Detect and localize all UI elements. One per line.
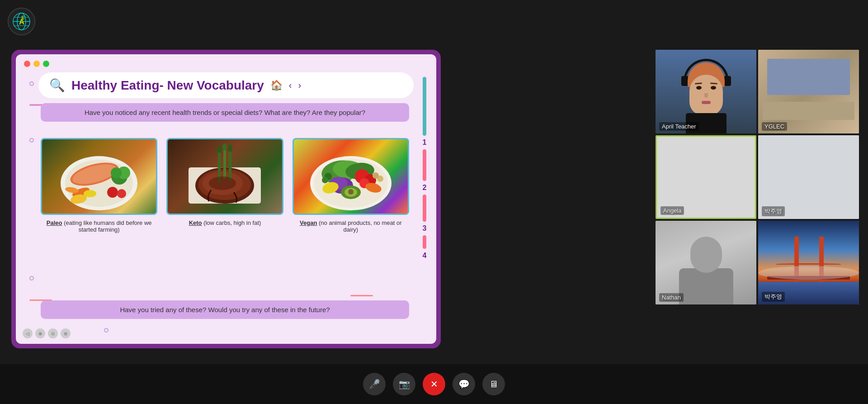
share-button[interactable]: 🖥 <box>482 373 505 395</box>
deco-circle-4 <box>104 328 108 333</box>
svg-point-29 <box>222 143 227 151</box>
bar-teal <box>423 77 426 136</box>
food-label-paleo: Paleo (eating like humans did before we … <box>41 219 157 233</box>
page-num-2: 2 <box>423 184 427 192</box>
food-label-vegan: Vegan (no animal products, no meat or da… <box>292 219 409 233</box>
participant-label-april: April Teacher <box>659 122 699 131</box>
nathan-head <box>690 237 722 273</box>
page-indicator: 1 2 3 4 <box>418 77 431 321</box>
page-num-3: 3 <box>423 224 427 233</box>
svg-rect-27 <box>229 148 231 181</box>
slide-window: 🔍 Healthy Eating- New Vocabulary 🏠 ‹ › 1… <box>16 54 436 344</box>
svg-point-48 <box>373 172 379 179</box>
food-label-keto: Keto (low carbs, high in fat) <box>189 219 261 226</box>
nose <box>704 93 708 98</box>
participant-label-angela: Angela <box>660 206 684 215</box>
svg-point-46 <box>348 189 354 195</box>
next-icon[interactable]: › <box>298 80 301 90</box>
participant-label-yglec: YGLEC <box>762 122 787 131</box>
toolbar-btn-4[interactable]: ⊚ <box>61 328 71 338</box>
svg-point-18 <box>117 189 126 198</box>
home-icon[interactable]: 🏠 <box>270 80 283 91</box>
video-park2: 박주영 <box>758 221 859 304</box>
prev-icon[interactable]: ‹ <box>289 80 292 90</box>
svg-point-31 <box>209 176 236 190</box>
svg-point-14 <box>111 167 122 178</box>
headphone-right <box>724 76 731 86</box>
deco-circle-3 <box>29 276 34 280</box>
food-item-keto: Keto (low carbs, high in fat) <box>166 138 283 233</box>
app-logo: A E <box>7 7 38 38</box>
video-grid: April Teacher YGLEC Angela 박주영 Nathan <box>656 50 859 304</box>
toolbar-btn-1[interactable]: ◁ <box>23 328 33 338</box>
yglec-surface <box>763 102 854 120</box>
svg-point-17 <box>107 187 118 198</box>
page-num-1: 1 <box>423 138 427 147</box>
food-image-paleo <box>41 138 157 215</box>
video-angela: Angela <box>656 135 756 219</box>
bar-pink-2 <box>423 195 426 222</box>
mic-button[interactable]: 🎤 <box>363 373 386 395</box>
video-park1: 박주영 <box>758 135 859 219</box>
video-yglec: YGLEC <box>758 50 859 133</box>
presentation-area: 🔍 Healthy Eating- New Vocabulary 🏠 ‹ › 1… <box>11 50 441 348</box>
control-bar: 🎤 📷 ✕ 💬 🖥 <box>0 364 868 404</box>
slide-title: Healthy Eating- New Vocabulary <box>71 78 264 93</box>
svg-rect-26 <box>223 147 226 179</box>
food-image-vegan <box>292 138 409 215</box>
yglec-wall <box>767 59 850 95</box>
chat-button[interactable]: 💬 <box>453 373 475 395</box>
deco-line-4 <box>350 295 373 296</box>
video-nathan: Nathan <box>656 221 756 304</box>
deco-circle-2 <box>29 138 34 143</box>
close-dot[interactable] <box>24 61 30 67</box>
bar-pink-1 <box>423 149 426 181</box>
participant-label-park1: 박주영 <box>762 206 785 216</box>
eye-right <box>711 86 716 90</box>
toolbar-btn-2[interactable]: ⊕ <box>35 328 45 338</box>
participant-label-nathan: Nathan <box>659 293 684 302</box>
camera-button[interactable]: 📷 <box>393 373 415 395</box>
svg-point-30 <box>228 145 232 152</box>
bridge-cable-1 <box>776 263 841 265</box>
bar-pink-3 <box>423 235 426 249</box>
minimize-dot[interactable] <box>33 61 40 67</box>
page-num-4: 4 <box>423 252 427 260</box>
food-item-paleo: Paleo (eating like humans did before we … <box>41 138 157 233</box>
end-call-button[interactable]: ✕ <box>423 373 445 395</box>
window-chrome <box>24 61 49 67</box>
nathan-body <box>679 268 733 304</box>
participant-label-park2: 박주영 <box>762 292 785 302</box>
bridge-fog <box>758 266 859 280</box>
food-item-vegan: Vegan (no animal products, no meat or da… <box>292 138 409 233</box>
food-images-row: Paleo (eating like humans did before we … <box>41 138 409 233</box>
svg-point-28 <box>217 146 222 153</box>
slide-toolbar[interactable]: ◁ ⊕ ⊙ ⊚ <box>23 328 71 338</box>
toolbar-btn-3[interactable]: ⊙ <box>48 328 58 338</box>
angela-bg <box>657 137 755 218</box>
maximize-dot[interactable] <box>43 61 49 67</box>
question-top: Have you noticed any recent health trend… <box>41 103 409 122</box>
slide-header: 🔍 Healthy Eating- New Vocabulary 🏠 ‹ › <box>38 72 414 98</box>
question-bottom: Have you tried any of these? Would you t… <box>41 300 409 319</box>
lips <box>702 101 711 104</box>
eye-left <box>696 86 702 90</box>
svg-text:E: E <box>22 15 25 20</box>
food-image-keto <box>166 138 283 215</box>
video-april: April Teacher <box>656 50 756 133</box>
svg-point-50 <box>322 177 328 183</box>
search-icon: 🔍 <box>49 78 65 93</box>
deco-circle-1 <box>29 81 34 86</box>
